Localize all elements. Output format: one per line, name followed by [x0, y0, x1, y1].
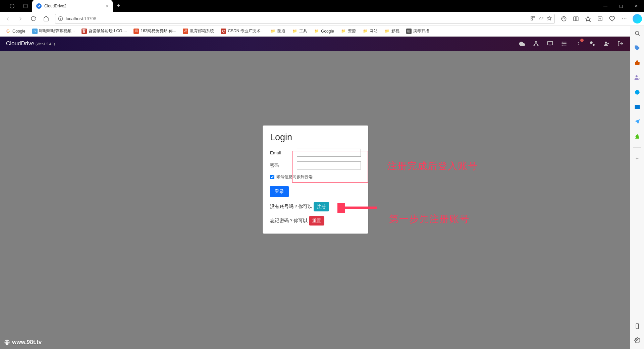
- svg-rect-7: [531, 19, 532, 20]
- svg-rect-10: [574, 17, 576, 21]
- bookmark-item[interactable]: 📁工具: [290, 27, 309, 35]
- forward-button[interactable]: [15, 13, 26, 24]
- svg-point-40: [562, 45, 562, 46]
- bookmark-item[interactable]: 📁影视: [382, 27, 401, 35]
- bookmark-item[interactable]: 📁网站: [361, 27, 380, 35]
- refresh-button[interactable]: [28, 13, 39, 24]
- collections-icon[interactable]: [594, 13, 606, 24]
- site-icon: ⊞: [406, 29, 412, 34]
- folder-icon: 📁: [384, 29, 390, 34]
- svg-point-20: [635, 31, 639, 35]
- performance-icon[interactable]: [606, 13, 618, 24]
- annotation-highlight-box: [292, 151, 368, 183]
- svg-rect-5: [531, 16, 532, 18]
- add-sidebar-icon[interactable]: +: [633, 154, 641, 162]
- toolbox-icon[interactable]: [633, 59, 641, 67]
- bookmarks-bar: GGoogle tv哔哩哔哩弹幕视频... 吾吾爱破解论坛-LCG-... 易1…: [0, 26, 644, 37]
- network-icon[interactable]: [533, 40, 539, 47]
- copilot-icon[interactable]: [633, 14, 642, 23]
- mobile-icon[interactable]: [633, 322, 641, 330]
- svg-point-4: [60, 19, 61, 20]
- new-tab-button[interactable]: +: [113, 2, 124, 9]
- info-icon[interactable]: [575, 40, 582, 47]
- window-maximize-button[interactable]: ▢: [613, 0, 629, 12]
- csdn-icon: C: [221, 29, 226, 34]
- window-minimize-button[interactable]: —: [598, 0, 613, 12]
- bookmark-item[interactable]: 易教育邮箱系统: [181, 27, 216, 35]
- svg-point-43: [590, 41, 593, 44]
- home-button[interactable]: [40, 13, 52, 24]
- copilot-sidebar-icon[interactable]: [633, 88, 641, 96]
- browser-toolbar: localhost:19798 Aa: [0, 12, 644, 26]
- tree-icon[interactable]: [633, 133, 641, 141]
- address-bar[interactable]: localhost:19798 Aa: [55, 14, 555, 24]
- search-icon[interactable]: [633, 29, 641, 37]
- add-user-icon[interactable]: [603, 40, 610, 47]
- svg-point-45: [605, 42, 607, 44]
- grid-icon[interactable]: [530, 16, 535, 21]
- favorites-icon[interactable]: [582, 13, 594, 24]
- send-icon[interactable]: [633, 118, 641, 126]
- no-account-text: 没有账号吗？你可以: [270, 204, 312, 210]
- login-button[interactable]: 登录: [270, 186, 289, 197]
- settings-icon[interactable]: [633, 336, 641, 344]
- bookmark-item[interactable]: 📁Google: [312, 28, 336, 35]
- favorite-star-icon[interactable]: [547, 16, 552, 21]
- browser-sidebar: +: [630, 26, 644, 349]
- annotation-arrow-icon: [337, 203, 378, 213]
- tab-active[interactable]: ⟳ CloudDrive2 ×: [32, 0, 113, 12]
- url-text: localhost:19798: [66, 16, 96, 21]
- bookmark-item[interactable]: 易163网易免费邮-你...: [131, 27, 178, 35]
- svg-point-29: [534, 45, 535, 46]
- tab-inactive-2[interactable]: [19, 1, 32, 11]
- tag-icon[interactable]: [633, 44, 641, 52]
- bookmark-item[interactable]: 吾吾爱破解论坛-LCG-...: [79, 27, 129, 35]
- site-info-icon[interactable]: [58, 16, 63, 21]
- site-icon: 易: [183, 29, 188, 34]
- bookmark-item[interactable]: ⊞病毒扫描: [404, 27, 431, 35]
- svg-point-0: [10, 4, 14, 8]
- bookmark-item[interactable]: GGoogle: [3, 28, 28, 35]
- folder-icon: 📁: [363, 29, 368, 34]
- back-button[interactable]: [2, 13, 13, 24]
- app-brand: CloudDrive(Web1.5.4.1): [6, 40, 55, 47]
- cloud-icon[interactable]: [519, 40, 525, 47]
- outlook-icon[interactable]: [633, 103, 641, 111]
- monitor-icon[interactable]: [547, 40, 553, 47]
- svg-point-9: [561, 16, 566, 21]
- bookmark-item[interactable]: tv哔哩哔哩弹幕视频...: [30, 27, 77, 35]
- menu-icon[interactable]: [619, 13, 630, 24]
- tab-inactive-1[interactable]: [5, 1, 19, 11]
- folder-icon: 📁: [292, 29, 298, 34]
- extensions-icon[interactable]: [558, 13, 570, 24]
- text-size-icon[interactable]: Aa: [539, 16, 543, 21]
- sync-checkbox[interactable]: [270, 175, 274, 179]
- login-title: Login: [270, 132, 361, 143]
- svg-line-32: [536, 42, 538, 45]
- folder-icon: 📁: [341, 29, 346, 34]
- reset-button[interactable]: 重置: [309, 216, 324, 226]
- folder-icon: 📁: [270, 29, 276, 34]
- svg-point-39: [562, 43, 562, 44]
- bookmark-item[interactable]: 📁资源: [339, 27, 358, 35]
- globe-icon: [4, 339, 10, 345]
- tab-favicon-icon: ⟳: [36, 3, 42, 9]
- tab-close-icon[interactable]: ×: [106, 3, 109, 9]
- logout-icon[interactable]: [617, 40, 624, 47]
- google-icon: G: [5, 29, 11, 34]
- window-close-button[interactable]: ✕: [629, 0, 644, 12]
- gears-icon[interactable]: [589, 40, 596, 47]
- annotation-text-1: 注册完成后登入账号: [387, 160, 478, 172]
- svg-rect-22: [635, 62, 640, 65]
- bookmark-item[interactable]: CCSDN-专业IT技术...: [219, 27, 266, 35]
- register-button[interactable]: 注册: [314, 202, 329, 211]
- browser-titlebar: ⟳ CloudDrive2 × + — ▢ ✕: [0, 0, 644, 12]
- svg-point-18: [624, 18, 625, 19]
- annotation-text-2: 第一步先注册账号: [389, 213, 470, 226]
- folder-icon: 📁: [314, 29, 319, 34]
- list-icon[interactable]: [561, 40, 568, 47]
- bookmark-item[interactable]: 📁圈通: [268, 27, 287, 35]
- people-icon[interactable]: [633, 73, 641, 82]
- site-icon: 易: [133, 29, 139, 34]
- split-screen-icon[interactable]: [570, 13, 582, 24]
